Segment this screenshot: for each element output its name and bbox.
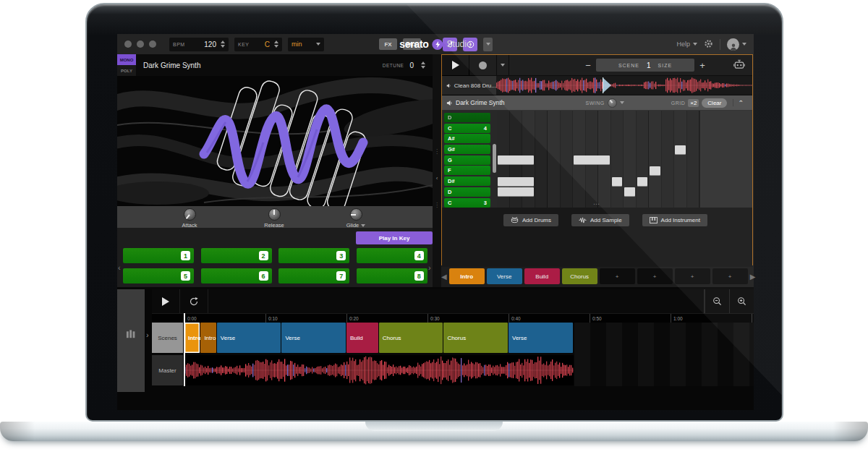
add-button-add-instrument[interactable]: Add Instrument xyxy=(642,214,707,226)
piano-key-C4[interactable]: C4 xyxy=(444,124,490,133)
timeline-block-verse-2[interactable]: Verse xyxy=(217,323,281,353)
piano-roll[interactable]: DC4A#G#GFD#DC3 ⋯ xyxy=(442,111,752,208)
window-close-button[interactable] xyxy=(124,40,132,48)
pad-7[interactable]: 7 xyxy=(278,268,349,283)
loop-button[interactable] xyxy=(180,289,208,313)
pads-scroll-right-arrow[interactable]: › xyxy=(428,264,431,272)
timeline-ruler[interactable]: 0:000:100:200:300:400:501:001:10 xyxy=(152,313,754,323)
key-control[interactable]: KEY C xyxy=(234,38,282,51)
timeline-block-build-4[interactable]: Build xyxy=(346,323,378,353)
piano-key-G[interactable]: G xyxy=(444,155,490,165)
scene-tab-empty-4[interactable]: + xyxy=(600,268,635,284)
bpm-control[interactable]: BPM 120 xyxy=(169,38,229,51)
beatmaker-button[interactable] xyxy=(733,59,752,71)
playhead[interactable] xyxy=(184,313,184,386)
timeline-block-verse-3[interactable]: Verse xyxy=(281,323,346,353)
piano-key-G#[interactable]: G# xyxy=(444,145,490,154)
mono-button[interactable]: MONO xyxy=(117,54,136,65)
pad-6[interactable]: 6 xyxy=(201,268,272,283)
pad-5[interactable]: 5 xyxy=(123,268,194,283)
midi-note[interactable] xyxy=(675,145,686,154)
record-options-dropdown[interactable] xyxy=(497,55,509,75)
pad-4[interactable]: 4 xyxy=(357,248,427,263)
midi-note[interactable] xyxy=(612,177,623,186)
drag-handle-icon[interactable]: ⋮ xyxy=(434,202,440,208)
key-mode-select[interactable]: min xyxy=(288,38,324,51)
speaker-icon[interactable] xyxy=(446,100,453,106)
account-menu[interactable] xyxy=(727,38,746,51)
collapse-track-chevron[interactable]: ⌃ xyxy=(733,99,748,106)
attack-knob[interactable]: Attack xyxy=(164,208,215,229)
timeline-block-verse-7[interactable]: Verse xyxy=(509,323,573,353)
timeline-block-chorus-6[interactable]: Chorus xyxy=(443,323,508,353)
speaker-icon[interactable] xyxy=(446,82,451,89)
library-sidebar[interactable] xyxy=(117,289,145,392)
midi-note[interactable] xyxy=(498,187,534,196)
scene-tab-chorus[interactable]: Chorus xyxy=(562,268,597,284)
glide-knob[interactable]: Glide xyxy=(331,208,381,229)
pads-scroll-left-arrow[interactable]: ‹ xyxy=(118,264,121,272)
scenes-track[interactable]: IntroIntroVerseVerseBuildChorusChorusVer… xyxy=(152,323,754,353)
collapse-panel-arrow[interactable]: ‹ xyxy=(436,175,438,182)
midi-note[interactable] xyxy=(574,155,610,164)
piano-key-A#[interactable]: A# xyxy=(444,134,490,143)
poly-button[interactable]: POLY xyxy=(117,65,136,76)
add-button-add-sample[interactable]: Add Sample xyxy=(571,214,629,226)
key-stepper[interactable] xyxy=(274,40,278,48)
tabs-scroll-left-arrow[interactable]: ◀ xyxy=(441,273,447,281)
midi-note[interactable] xyxy=(498,177,534,186)
pad-2[interactable]: 2 xyxy=(201,248,272,263)
grid-multiplier-button[interactable]: ×2 xyxy=(688,99,699,107)
scene-size-decrease-button[interactable]: − xyxy=(580,60,596,71)
pad-1[interactable]: 1 xyxy=(123,248,194,263)
drag-handle-icon[interactable]: ⋮ xyxy=(434,148,440,155)
tabs-scroll-right-arrow[interactable]: ▶ xyxy=(750,273,756,281)
midi-note[interactable] xyxy=(624,187,635,196)
midi-note[interactable] xyxy=(650,166,660,175)
add-button-add-drums[interactable]: Add Drums xyxy=(503,214,558,226)
window-zoom-button[interactable] xyxy=(149,40,156,48)
piano-roll-scrollbar[interactable] xyxy=(493,144,496,173)
help-menu[interactable]: Help xyxy=(676,40,697,48)
piano-key-C3[interactable]: C3 xyxy=(444,198,490,208)
pad-8[interactable]: 8 xyxy=(357,268,427,283)
song-play-button[interactable] xyxy=(152,289,180,313)
piano-key-D[interactable]: D xyxy=(444,113,490,122)
scene-record-button[interactable] xyxy=(469,55,497,75)
expand-library-arrow[interactable]: › xyxy=(146,331,149,339)
play-in-key-button[interactable]: Play In Key xyxy=(356,231,433,244)
detune-stepper[interactable] xyxy=(421,61,425,69)
fx-button[interactable]: FX xyxy=(379,38,397,50)
piano-key-D#[interactable]: D# xyxy=(444,176,490,186)
zoom-in-button[interactable] xyxy=(729,289,754,313)
scene-size-increase-button[interactable]: + xyxy=(694,60,710,71)
scene-tab-build[interactable]: Build xyxy=(524,268,560,284)
scene-tab-intro[interactable]: Intro xyxy=(449,268,485,284)
piano-key-F[interactable]: F xyxy=(444,166,490,175)
clear-button[interactable]: Clear xyxy=(702,98,727,108)
timeline-block-intro-0[interactable]: Intro xyxy=(184,323,200,353)
deck-options-dropdown[interactable] xyxy=(483,38,493,51)
timeline-block-intro-1[interactable]: Intro xyxy=(200,323,216,353)
piano-key-D[interactable]: D xyxy=(444,187,490,197)
midi-note[interactable] xyxy=(498,155,534,164)
bpm-stepper[interactable] xyxy=(221,40,225,48)
sample-waveform[interactable] xyxy=(496,76,752,95)
scene-tab-empty-6[interactable]: + xyxy=(675,268,710,284)
master-waveform[interactable] xyxy=(184,355,574,385)
scene-tab-verse[interactable]: Verse xyxy=(487,268,522,284)
sample-track-row[interactable]: Clean 808 Dru... xyxy=(442,76,752,95)
scene-play-button[interactable] xyxy=(442,55,469,75)
zoom-out-button[interactable] xyxy=(705,289,729,313)
window-minimize-button[interactable] xyxy=(137,40,144,48)
synth-track-header[interactable]: Dark Grime Synth SWING GRID ×2 Clear ⌃ xyxy=(442,95,752,111)
chevron-down-icon[interactable] xyxy=(620,101,624,104)
scene-tab-empty-7[interactable]: + xyxy=(712,268,748,284)
timeline-block-chorus-5[interactable]: Chorus xyxy=(379,323,443,353)
scene-tab-empty-5[interactable]: + xyxy=(637,268,673,284)
pad-3[interactable]: 3 xyxy=(278,248,349,263)
swing-knob[interactable] xyxy=(608,98,617,108)
settings-gear-button[interactable] xyxy=(704,39,713,50)
release-knob[interactable]: Release xyxy=(249,208,299,229)
midi-note[interactable] xyxy=(637,177,648,186)
